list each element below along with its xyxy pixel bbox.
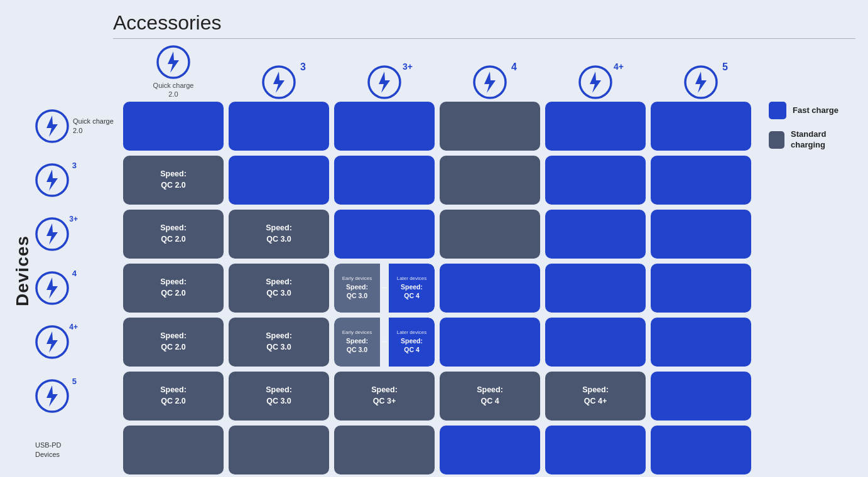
header-row: Quick charge2.0 3 [123, 45, 756, 99]
qc3p-sup: 3+ [403, 62, 413, 72]
cell-r1c2 [334, 156, 435, 205]
header-qc2: Quick charge2.0 [123, 45, 224, 99]
cell-r2c2 [334, 210, 435, 259]
cell-r6c2 [334, 426, 435, 474]
cell-r5c1: Speed:QC 3.0 [229, 372, 329, 421]
columns-area: Speed:QC 2.0 Speed:QC 2.0 Speed:QC 2.0 S… [123, 102, 751, 477]
row-qc5-svg [35, 379, 69, 413]
row-label-qc3p: 3+ [35, 210, 123, 259]
legend: Fast charge Standard charging [769, 102, 855, 151]
row-qc4p-sup: 4+ [69, 323, 78, 331]
legend-fast-charge: Fast charge [769, 102, 855, 119]
cell-r3c2-left: Early devices Speed:QC 3.0 [334, 264, 380, 313]
header-qc3p: 3+ [334, 65, 435, 99]
row-label-qc2: Quick charge2.0 [35, 102, 123, 151]
svg-marker-17 [46, 223, 58, 245]
cell-r0c3 [440, 102, 540, 151]
col-qc2: Speed:QC 2.0 Speed:QC 2.0 Speed:QC 2.0 S… [123, 102, 224, 477]
legend-standard-charging: Standard charging [769, 129, 855, 151]
cell-r6c4 [545, 426, 646, 474]
row-usb-pd-label: USB-PDDevices [35, 441, 62, 459]
col-qc5 [651, 102, 751, 477]
row-qc5-sup: 5 [72, 377, 77, 386]
qc4p-icon: 4+ [578, 65, 612, 99]
legend-fast-label: Fast charge [793, 105, 838, 116]
svg-marker-23 [46, 385, 58, 407]
cell-r1c0: Speed:QC 2.0 [123, 156, 224, 205]
row-qc3-svg [35, 163, 69, 197]
cell-r5c3: Speed:QC 4 [440, 372, 540, 421]
cell-r4c2-right: Later devices Speed:QC 4 [389, 318, 435, 367]
row-qc4-icon: 4 [35, 271, 69, 305]
cell-r0c0 [123, 102, 224, 151]
svg-marker-19 [46, 277, 58, 299]
cell-r3c3 [440, 264, 540, 313]
col-qc3p: Early devices Speed:QC 3.0 → Later devic… [334, 102, 435, 477]
cell-r0c4 [545, 102, 646, 151]
col-qc4: Speed:QC 4 [440, 102, 540, 477]
cell-r6c3 [440, 426, 540, 474]
row-qc3p-sup: 3+ [69, 215, 78, 223]
row-qc3p-icon: 3+ [35, 217, 69, 251]
cell-r5c5 [651, 372, 751, 421]
cell-r3c2-right: Later devices Speed:QC 4 [389, 264, 435, 313]
qc4-sup: 4 [511, 62, 517, 73]
row-label-qc4p: 4+ [35, 318, 123, 367]
cell-r3c4 [545, 264, 646, 313]
cell-r4c3 [440, 318, 540, 367]
qc2-icon [156, 45, 190, 79]
title-divider [113, 38, 855, 39]
qc4-svg [473, 65, 507, 99]
cell-r4c2-early-label: Early devices [342, 330, 372, 336]
cell-r3c5 [651, 264, 751, 313]
cell-r6c5 [651, 426, 751, 474]
cell-r3c2-early-label: Early devices [342, 276, 372, 282]
cell-r2c0: Speed:QC 2.0 [123, 210, 224, 259]
header-qc3: 3 [229, 65, 329, 99]
cell-r5c4: Speed:QC 4+ [545, 372, 646, 421]
row-labels: Quick charge2.0 3 [35, 102, 123, 477]
cell-r4c0: Speed:QC 2.0 [123, 318, 224, 367]
qc4p-sup: 4+ [614, 62, 624, 72]
legend-standard-swatch [769, 131, 784, 149]
svg-marker-11 [695, 72, 707, 93]
page: Accessories Devices Quick charge2.0 [0, 0, 868, 477]
data-grid: Quick charge2.0 3 [35, 102, 756, 477]
row-label-qc5: 5 [35, 372, 123, 421]
grid-section: Quick charge2.0 3 [35, 45, 756, 477]
row-qc3-sup: 3 [72, 161, 77, 170]
qc3-sup: 3 [300, 62, 306, 73]
svg-marker-5 [379, 72, 390, 93]
cell-r1c4 [545, 156, 646, 205]
cell-r2c1: Speed:QC 3.0 [229, 210, 329, 259]
row-qc3-icon: 3 [35, 163, 69, 197]
cell-r0c2 [334, 102, 435, 151]
col-qc4p: Speed:QC 4+ [545, 102, 646, 477]
row-qc4p-icon: 4+ [35, 325, 69, 359]
row-qc2-svg [35, 109, 69, 143]
cell-r6c0 [123, 426, 224, 474]
cell-r3c1: Speed:QC 3.0 [229, 264, 329, 313]
cell-r5c0: Speed:QC 2.0 [123, 372, 224, 421]
legend-fast-swatch [769, 102, 786, 119]
qc3p-svg [367, 65, 401, 99]
cell-r4c4 [545, 318, 646, 367]
cell-r3c0: Speed:QC 2.0 [123, 264, 224, 313]
row-label-usb-pd: USB-PDDevices [35, 426, 123, 474]
devices-label: Devices [13, 95, 33, 447]
cell-r4c2-later-label: Later devices [397, 330, 427, 336]
qc5-sup: 5 [722, 62, 728, 73]
cell-r4c2: Early devices Speed:QC 3.0 → Later devic… [334, 318, 435, 367]
page-title: Accessories [113, 11, 855, 35]
row-label-qc3: 3 [35, 156, 123, 205]
cell-r1c3 [440, 156, 540, 205]
cell-r1c5 [651, 156, 751, 205]
qc2-label: Quick charge2.0 [153, 81, 194, 99]
svg-marker-15 [46, 169, 58, 191]
svg-marker-13 [46, 115, 58, 137]
qc5-icon: 5 [684, 65, 718, 99]
legend-standard-label: Standard charging [791, 129, 855, 151]
cell-r3c2-early-speed: Speed:QC 3.0 [346, 283, 368, 300]
cell-r0c5 [651, 102, 751, 151]
cell-r5c2: Speed:QC 3+ [334, 372, 435, 421]
